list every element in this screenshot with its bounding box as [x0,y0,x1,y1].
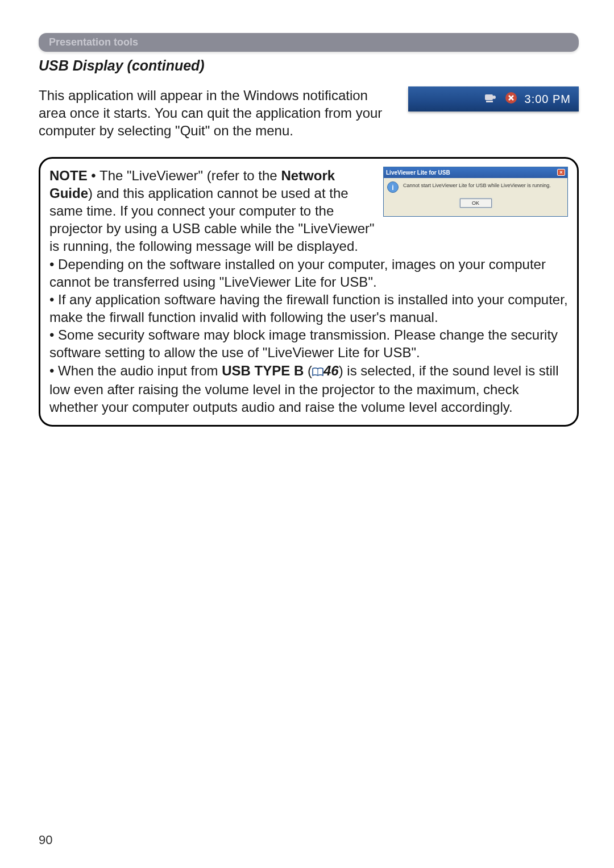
section-header: Presentation tools [39,33,579,52]
note-bullet-5-paren: ( [304,363,312,378]
ok-button[interactable]: OK [460,199,492,208]
svg-rect-0 [485,94,493,100]
dialog-title: LiveViewer Lite for USB [386,169,450,176]
note-line1-prefix: • The "LiveViewer" (refer to the [88,168,281,183]
tray-projector-icon [484,91,497,108]
note-bullet-4: • Some security software may block image… [49,327,558,360]
note-box: LiveViewer Lite for USB × i Cannot start… [39,157,579,427]
note-bullet-5-prefix: • When the audio input from [49,363,222,378]
note-bullet-2: • Depending on the software installed on… [49,257,546,290]
intro-row: This application will appear in the Wind… [39,86,579,140]
page-number: 90 [39,833,52,848]
book-icon [312,363,323,381]
note-label: NOTE [49,168,88,183]
error-dialog: LiveViewer Lite for USB × i Cannot start… [383,167,568,217]
note-bold-usb-type-b: USB TYPE B [222,363,304,378]
page-ref: 46 [323,363,339,378]
page-title: USB Display (continued) [39,57,579,74]
svg-point-1 [492,96,496,99]
info-icon: i [387,181,399,193]
intro-text: This application will appear in the Wind… [39,86,397,140]
svg-rect-2 [486,101,493,102]
note-bullet-3: • If any application software having the… [49,292,568,325]
dialog-titlebar: LiveViewer Lite for USB × [384,167,567,178]
tray-cancel-icon [504,91,518,108]
close-button[interactable]: × [557,169,565,176]
note-line1-after: ) and this application cannot be used at… [49,185,375,254]
section-header-text: Presentation tools [49,36,138,48]
dialog-message: Cannot start LiveViewer Lite for USB whi… [403,181,564,189]
tray-clock: 3:00 PM [525,93,571,106]
system-tray: 3:00 PM [408,86,579,111]
